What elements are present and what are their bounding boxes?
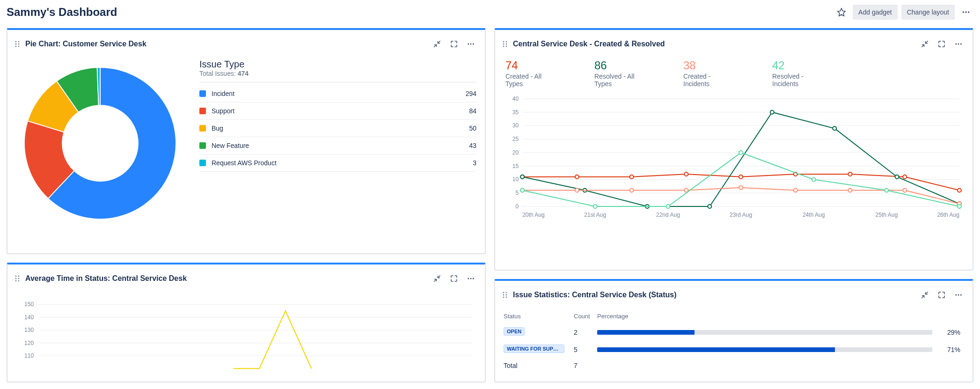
svg-point-82	[960, 294, 962, 296]
gadget-more-button[interactable]	[463, 271, 478, 286]
legend-row[interactable]: Request AWS Product3	[199, 154, 476, 172]
svg-point-4	[15, 41, 17, 43]
data-point[interactable]	[520, 175, 524, 179]
maximize-button[interactable]	[446, 271, 461, 286]
svg-marker-0	[838, 8, 846, 16]
data-point[interactable]	[848, 188, 852, 192]
data-point[interactable]	[903, 188, 907, 192]
data-point[interactable]	[630, 175, 634, 179]
legend-row[interactable]: New Feature43	[199, 137, 476, 154]
legend-row[interactable]: Bug50	[199, 120, 476, 137]
legend-value: 84	[469, 107, 476, 115]
svg-point-2	[965, 11, 966, 13]
status-lozenge[interactable]: OPEN	[504, 327, 525, 336]
data-point[interactable]	[666, 205, 670, 208]
data-point[interactable]	[630, 188, 634, 192]
legend-label: Incident	[212, 90, 466, 97]
data-point[interactable]	[848, 172, 852, 176]
minimize-button[interactable]	[430, 37, 445, 51]
data-point[interactable]	[812, 177, 816, 181]
data-point[interactable]	[739, 151, 743, 154]
maximize-button[interactable]	[934, 37, 949, 51]
stat-label: Created - All Types	[505, 73, 557, 88]
legend-value: 3	[473, 159, 476, 167]
stat-value: 86	[594, 59, 646, 73]
count-cell: 2	[574, 323, 597, 341]
svg-text:35: 35	[512, 109, 519, 116]
gadget-more-button[interactable]	[463, 37, 478, 51]
table-row[interactable]: OPEN229%	[504, 323, 964, 341]
svg-point-72	[503, 292, 505, 294]
status-lozenge[interactable]: WAITING FOR SUPP…	[504, 345, 564, 353]
data-point[interactable]	[833, 126, 836, 130]
data-point[interactable]	[520, 188, 524, 192]
data-point[interactable]	[708, 205, 711, 208]
data-point[interactable]	[958, 205, 961, 208]
data-point[interactable]	[739, 186, 743, 190]
col-status: Status	[504, 310, 574, 323]
data-point[interactable]	[739, 175, 743, 179]
data-point[interactable]	[575, 188, 579, 192]
svg-line-79	[921, 296, 924, 298]
data-point[interactable]	[885, 188, 888, 192]
data-point[interactable]	[593, 205, 597, 208]
svg-point-15	[15, 276, 17, 277]
total-count: 7	[574, 358, 597, 373]
drag-handle-icon	[14, 40, 22, 48]
drag-handle[interactable]	[502, 291, 509, 299]
svg-line-42	[926, 41, 928, 43]
star-button[interactable]	[834, 5, 849, 20]
svg-point-14	[473, 44, 474, 45]
data-point[interactable]	[958, 188, 961, 192]
svg-line-78	[926, 292, 928, 294]
svg-text:15: 15	[512, 163, 519, 169]
minimize-button[interactable]	[917, 37, 932, 51]
maximize-icon	[450, 274, 458, 283]
stat-label: Created - Incidents	[683, 73, 735, 88]
data-point[interactable]	[794, 188, 797, 192]
legend-row[interactable]: Support84	[199, 103, 476, 120]
svg-text:130: 130	[24, 327, 34, 333]
gadget-created-resolved: Central Service Desk - Created & Resolve…	[494, 28, 973, 271]
legend-row[interactable]: Incident294	[199, 85, 476, 103]
table-row[interactable]: WAITING FOR SUPP…571%	[504, 341, 964, 358]
star-icon	[837, 7, 846, 17]
pie-legend: Issue Type Total Issues: 474 Incident294…	[199, 59, 476, 228]
count-cell: 5	[574, 341, 597, 358]
percentage-cell: 71%	[936, 341, 964, 358]
minimize-icon	[433, 40, 441, 48]
drag-handle[interactable]	[14, 40, 22, 48]
total-row: Total7	[504, 358, 964, 373]
maximize-button[interactable]	[934, 287, 949, 302]
line-chart: 051015202530354020th Aug21st Aug22nd Aug…	[504, 94, 964, 220]
drag-handle-icon	[502, 291, 509, 299]
maximize-button[interactable]	[446, 37, 461, 51]
data-point[interactable]	[895, 175, 899, 179]
svg-point-81	[958, 294, 959, 296]
data-point[interactable]	[684, 172, 688, 176]
gadget-more-button[interactable]	[951, 37, 966, 51]
svg-text:10: 10	[512, 176, 519, 183]
add-gadget-button[interactable]: Add gadget	[853, 5, 898, 20]
dashboard-more-button[interactable]	[958, 5, 973, 20]
svg-point-76	[506, 294, 507, 296]
issue-stats-table: Status Count Percentage OPEN229%WAITING …	[504, 310, 964, 373]
svg-point-17	[15, 280, 17, 282]
percentage-cell: 29%	[936, 323, 964, 341]
data-point[interactable]	[903, 175, 907, 179]
data-point[interactable]	[770, 110, 774, 114]
svg-text:140: 140	[24, 314, 34, 321]
legend-label: Request AWS Product	[212, 159, 473, 167]
data-point[interactable]	[575, 175, 579, 179]
minimize-button[interactable]	[917, 287, 932, 302]
minimize-icon	[433, 274, 441, 283]
minimize-button[interactable]	[430, 271, 445, 286]
svg-point-16	[15, 278, 17, 279]
legend-subtitle: Total Issues: 474	[199, 70, 476, 82]
change-layout-button[interactable]: Change layout	[901, 5, 955, 20]
drag-handle[interactable]	[502, 40, 509, 48]
svg-line-22	[434, 279, 436, 282]
summary-stat: 38Created - Incidents	[683, 59, 735, 88]
drag-handle[interactable]	[14, 275, 22, 282]
gadget-more-button[interactable]	[951, 287, 966, 302]
